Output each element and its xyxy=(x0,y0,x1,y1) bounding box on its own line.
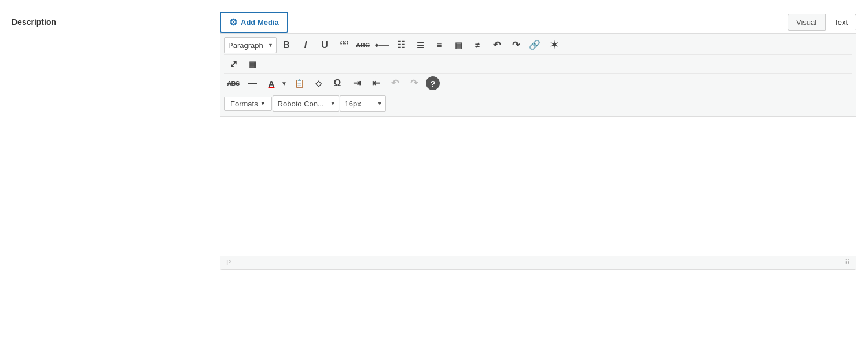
bold-button[interactable]: B xyxy=(277,37,296,53)
redo-button[interactable]: ↷ xyxy=(506,37,525,53)
add-media-icon: ⚙ xyxy=(229,17,237,28)
align-left-button[interactable]: ☰ xyxy=(411,37,429,53)
underline-button[interactable]: U xyxy=(315,37,334,53)
strikethrough-button[interactable]: ABC xyxy=(354,37,372,53)
font-size-select[interactable]: 16px 10px 12px 14px 18px 20px xyxy=(340,95,386,112)
remove-format-button[interactable]: ✶ xyxy=(545,37,563,53)
editor-element-indicator: P xyxy=(226,259,231,267)
font-color-dropdown[interactable]: ▼ xyxy=(281,80,287,87)
toolbar-row-3: ABC — A ▼ 📋 ◇ Ω ⇥ ⇤ ↶ ↷ ? xyxy=(224,73,852,93)
paragraph-select[interactable]: Paragraph Heading 1 Heading 2 Heading 3 xyxy=(224,37,277,53)
paragraph-select-wrap[interactable]: Paragraph Heading 1 Heading 2 Heading 3 xyxy=(224,37,277,53)
clear-format-button[interactable]: ◇ xyxy=(309,75,328,91)
insert-link-button[interactable]: 🔗 xyxy=(525,37,544,53)
hr-button[interactable]: — xyxy=(243,75,262,91)
italic-button[interactable]: I xyxy=(296,37,315,53)
editor-container: Paragraph Heading 1 Heading 2 Heading 3 … xyxy=(220,33,856,270)
align-right-button[interactable]: ≠ xyxy=(468,37,487,53)
description-label: Description xyxy=(12,13,56,27)
undo2-button[interactable]: ↶ xyxy=(385,75,404,91)
toolbar-area: Paragraph Heading 1 Heading 2 Heading 3 … xyxy=(220,34,856,117)
omega-button[interactable]: Ω xyxy=(328,75,347,91)
align-center-button[interactable]: ≡ xyxy=(430,37,448,53)
editor-body[interactable] xyxy=(220,117,856,256)
add-media-button[interactable]: ⚙ Add Media xyxy=(220,12,288,33)
tab-visual[interactable]: Visual xyxy=(788,14,825,31)
unordered-list-button[interactable]: •— xyxy=(373,37,391,53)
resize-handle[interactable]: ⠿ xyxy=(845,259,850,267)
blockquote-button[interactable]: ““ xyxy=(334,37,353,53)
tab-text[interactable]: Text xyxy=(825,14,856,31)
outdent-button[interactable]: ⇤ xyxy=(366,75,385,91)
strike-abc-button[interactable]: ABC xyxy=(224,75,242,91)
toolbar-row-1: Paragraph Heading 1 Heading 2 Heading 3 … xyxy=(224,36,852,54)
indent-button[interactable]: ⇥ xyxy=(347,75,366,91)
redo2-button[interactable]: ↷ xyxy=(404,75,423,91)
help-button[interactable]: ? xyxy=(426,76,440,90)
font-size-select-wrap[interactable]: 16px 10px 12px 14px 18px 20px xyxy=(340,95,386,112)
editor-status-bar: P ⠿ xyxy=(220,256,856,269)
font-family-select-wrap[interactable]: Roboto Con... Arial Georgia xyxy=(273,95,339,112)
formats-chevron-icon: ▼ xyxy=(260,101,266,106)
font-color-button[interactable]: A xyxy=(262,75,281,91)
undo-button[interactable]: ↶ xyxy=(487,37,506,53)
toolbar-row-4: Formats ▼ Roboto Con... Arial Georgia 16… xyxy=(224,93,852,114)
toolbar-row-2: ⤢ ▦ xyxy=(224,54,852,73)
paste-button[interactable]: 📋 xyxy=(290,75,308,91)
fullscreen-button[interactable]: ⤢ xyxy=(224,56,242,72)
view-tabs: Visual Text xyxy=(788,14,856,31)
ordered-list-button[interactable]: ☷ xyxy=(392,37,410,53)
font-family-select[interactable]: Roboto Con... Arial Georgia xyxy=(273,95,339,112)
formats-button[interactable]: Formats ▼ xyxy=(224,97,272,111)
align-justify-button[interactable]: ▤ xyxy=(449,37,468,53)
show-blocks-button[interactable]: ▦ xyxy=(243,56,262,72)
